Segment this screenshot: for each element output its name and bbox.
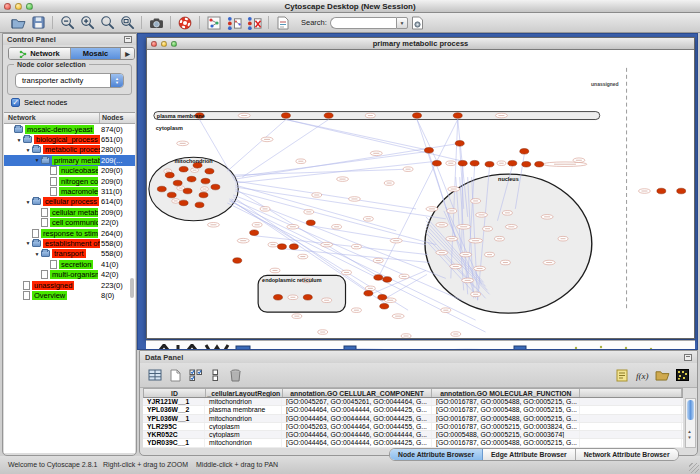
network-node[interactable] <box>453 113 462 119</box>
network-node[interactable] <box>508 160 517 166</box>
table-row[interactable]: YPL036W__2plasma membrane[GO:0044464, GO… <box>143 406 683 414</box>
create-attribute-button[interactable] <box>165 365 185 385</box>
network-node[interactable] <box>413 113 422 119</box>
tree-row[interactable]: response to stimul264(0) <box>4 228 135 238</box>
tab-overflow-arrow[interactable]: ▶ <box>121 48 134 59</box>
search-options-button[interactable] <box>408 14 428 31</box>
network-node[interactable] <box>470 160 479 166</box>
network-node[interactable] <box>205 168 214 174</box>
network-view-titlebar[interactable]: primary metabolic process <box>147 38 694 50</box>
create-view-button[interactable] <box>224 14 244 31</box>
tree-row[interactable]: cellular metabol209(0) <box>4 207 135 217</box>
network-node[interactable] <box>274 295 283 301</box>
network-node[interactable] <box>250 230 259 236</box>
column-header[interactable]: _cellularLayoutRegion <box>206 389 283 397</box>
zoom-selected-button[interactable] <box>97 14 117 31</box>
network-node[interactable] <box>201 178 210 184</box>
network-node[interactable] <box>378 295 387 301</box>
snapshot-button[interactable] <box>146 14 166 31</box>
annotation-button[interactable] <box>612 365 632 385</box>
tree-row[interactable]: unassigned223(0) <box>4 280 135 290</box>
scrollbar-thumb[interactable] <box>687 400 694 420</box>
network-node[interactable] <box>179 200 188 206</box>
network-node[interactable] <box>374 275 383 281</box>
network-node[interactable] <box>520 149 529 155</box>
import-attributes-button[interactable] <box>652 365 672 385</box>
network-node[interactable] <box>485 161 494 167</box>
network-node[interactable] <box>677 188 686 194</box>
table-row[interactable]: YJR121W__1mitochondrion[GO:0045267, GO:0… <box>143 398 683 406</box>
network-node[interactable] <box>535 161 544 167</box>
network-node[interactable] <box>187 176 196 182</box>
tree-row[interactable]: ▼establishment of lo558(0) <box>4 238 135 248</box>
network-node[interactable] <box>306 220 315 226</box>
unselect-attributes-button[interactable] <box>205 365 225 385</box>
tree-row[interactable]: ▼biological_process651(0) <box>4 134 135 144</box>
table-row[interactable]: YDR039C__1mitochondrion[GO:0044464, GO:0… <box>143 439 683 447</box>
network-node[interactable] <box>173 180 182 186</box>
table-row[interactable]: YPL036W__1mitochondrion[GO:0044464, GO:0… <box>143 415 683 423</box>
zoom-out-button[interactable] <box>57 14 77 31</box>
network-node[interactable] <box>277 244 286 250</box>
formula-builder-button[interactable]: f(x) <box>632 365 652 385</box>
network-node[interactable] <box>383 277 392 283</box>
network-node[interactable] <box>281 113 290 119</box>
column-header[interactable] <box>580 389 682 397</box>
zoom-fit-button[interactable] <box>117 14 137 31</box>
tab-network[interactable]: Network <box>9 48 71 59</box>
network-node[interactable] <box>183 188 192 194</box>
tree-scrollbar-thumb[interactable] <box>130 278 134 298</box>
delete-attribute-button[interactable] <box>225 365 245 385</box>
network-node[interactable] <box>167 192 176 198</box>
network-node[interactable] <box>233 258 242 264</box>
tab-node-attribute-browser[interactable]: Node Attribute Browser <box>390 449 483 460</box>
column-header[interactable]: annotation.GO CELLULAR_COMPONENT <box>283 389 433 397</box>
tree-expander-icon[interactable]: ▼ <box>24 199 32 205</box>
tree-expander-icon[interactable]: ▼ <box>24 147 32 153</box>
tree-row[interactable]: ▼transport558(0) <box>4 249 135 259</box>
network-node[interactable] <box>364 291 373 297</box>
tree-row[interactable]: ▼metabolic process280(0) <box>4 145 135 155</box>
table-row[interactable]: YLR295Ccytoplasm[GO:0045263, GO:0044464,… <box>143 423 683 431</box>
help-button[interactable] <box>175 14 195 31</box>
tree-row[interactable]: ▼primary metabolic209(... <box>4 155 135 165</box>
tree-column-network[interactable]: Network <box>8 114 36 121</box>
destroy-view-button[interactable] <box>244 14 264 31</box>
vizmapper-button[interactable] <box>273 14 293 31</box>
select-nodes-checkbox[interactable]: ✓ <box>11 98 20 107</box>
tab-edge-attribute-browser[interactable]: Edge Attribute Browser <box>483 449 576 460</box>
tab-network-attribute-browser[interactable]: Network Attribute Browser <box>576 449 678 460</box>
node-color-attribute-select[interactable]: transporter activity ▲▼ <box>15 73 124 88</box>
tree-row[interactable]: nitrogen compo209(0) <box>4 176 135 186</box>
save-session-button[interactable] <box>28 14 48 31</box>
network-canvas[interactable]: plasma membranecytoplasmmitochondrionnuc… <box>147 50 694 338</box>
tree-row[interactable]: ▼cellular process614(0) <box>4 197 135 207</box>
open-session-button[interactable] <box>8 14 28 31</box>
network-node[interactable] <box>289 244 298 250</box>
network-node[interactable] <box>458 160 467 166</box>
network-node[interactable] <box>380 303 389 309</box>
float-panel-icon[interactable] <box>124 36 132 43</box>
network-node[interactable] <box>522 161 531 167</box>
tree-expander-icon[interactable]: ▼ <box>24 240 32 246</box>
network-node[interactable] <box>657 188 666 194</box>
tree-row[interactable]: mosaic-demo-yeast874(0) <box>4 124 135 134</box>
tree-expander-icon[interactable]: ▼ <box>33 157 41 163</box>
column-header[interactable]: annotation.GO MOLECULAR_FUNCTION <box>432 389 580 397</box>
scrollbar-arrows[interactable]: ▲▼ <box>685 429 694 455</box>
network-node[interactable] <box>324 113 333 119</box>
tree-expander-icon[interactable]: ▼ <box>15 137 23 143</box>
tree-expander-icon[interactable]: ▼ <box>33 251 41 257</box>
tree-row[interactable]: nucleobase-209(0) <box>4 166 135 176</box>
network-node[interactable] <box>179 166 188 172</box>
network-node[interactable] <box>424 148 433 154</box>
tree-row[interactable]: macromolecule311(0) <box>4 186 135 196</box>
data-panel-float-icon[interactable] <box>684 354 692 361</box>
table-row[interactable]: YKR052Ccytoplasm[GO:0044464, GO:0044446,… <box>143 431 683 439</box>
select-attributes-button[interactable] <box>185 365 205 385</box>
tree-row[interactable]: multi-organism pro42(0) <box>4 269 135 279</box>
zoom-in-button[interactable] <box>77 14 97 31</box>
network-node[interactable] <box>165 172 174 178</box>
attribute-table-button[interactable] <box>145 365 165 385</box>
network-node[interactable] <box>195 202 204 208</box>
